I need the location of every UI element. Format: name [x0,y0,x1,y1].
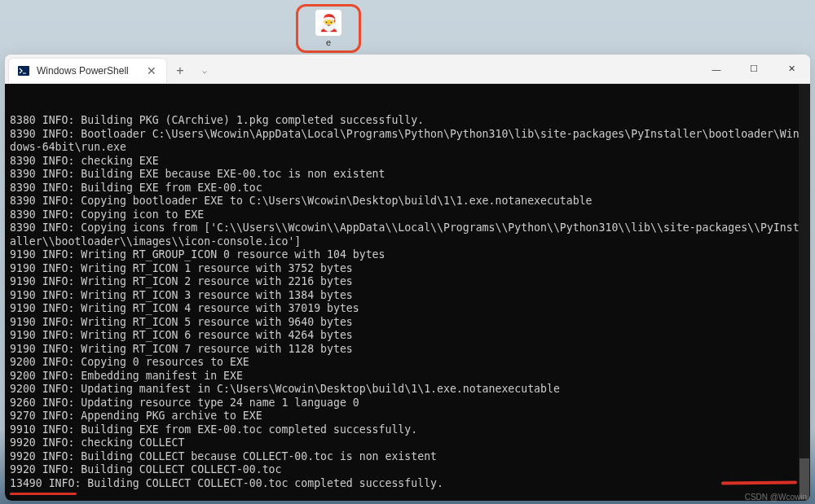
new-tab-button[interactable]: + [167,58,193,83]
maximize-button[interactable]: ☐ [735,55,773,83]
terminal-line: 8390 INFO: Copying icons from ['C:\\User… [10,221,805,248]
terminal-line: 9920 INFO: Building COLLECT COLLECT-00.t… [10,463,805,477]
terminal-line: 9190 INFO: Writing RT_ICON 4 resource wi… [10,302,805,316]
watermark: CSDN @Wcowin [745,493,807,502]
terminal-output: 8380 INFO: Building PKG (CArchive) 1.pkg… [10,114,805,490]
scrollbar-track[interactable] [799,84,810,501]
terminal-line: 9190 INFO: Writing RT_GROUP_ICON 0 resou… [10,248,805,262]
terminal-line: 8390 INFO: Building EXE from EXE-00.toc [10,182,805,195]
terminal-line: 8390 INFO: checking EXE [10,155,805,169]
svg-rect-0 [18,66,29,76]
terminal-line: 9190 INFO: Writing RT_ICON 3 resource wi… [10,289,805,303]
terminal-line: 9190 INFO: Writing RT_ICON 7 resource wi… [10,343,805,357]
terminal-line: 9190 INFO: Writing RT_ICON 5 resource wi… [10,316,805,330]
terminal-line: 9920 INFO: Building COLLECT because COLL… [10,450,805,464]
terminal-line: 9260 INFO: Updating resource type 24 nam… [10,397,805,410]
terminal-line: 9190 INFO: Writing RT_ICON 2 resource wi… [10,275,805,289]
desktop-icon-highlight: 🎅 e [296,4,361,53]
terminal-line: 9190 INFO: Writing RT_ICON 6 resource wi… [10,329,805,343]
tab-dropdown-button[interactable]: ⌵ [193,58,216,83]
terminal-content[interactable]: 8380 INFO: Building PKG (CArchive) 1.pkg… [5,84,810,501]
tab-powershell[interactable]: Windows PowerShell ✕ [8,58,167,83]
terminal-line: 13490 INFO: Building COLLECT COLLECT-00.… [10,477,805,491]
tab-close-icon[interactable]: ✕ [143,64,160,77]
annotation-underline-1 [10,493,77,495]
terminal-line: 8380 INFO: Building PKG (CArchive) 1.pkg… [10,114,805,128]
desktop-icon-label: e [326,37,331,47]
terminal-line: 9200 INFO: Embedding manifest in EXE [10,370,805,383]
terminal-line: 8390 INFO: Copying icon to EXE [10,208,805,222]
close-button[interactable]: ✕ [773,55,810,83]
powershell-icon [17,64,30,77]
annotation-underline-2 [721,481,797,485]
minimize-button[interactable]: — [698,55,735,83]
terminal-line: 9200 INFO: Updating manifest in C:\Users… [10,383,805,397]
tab-title: Windows PowerShell [37,65,137,77]
terminal-line: 8390 INFO: Building EXE because EXE-00.t… [10,168,805,182]
terminal-line: 9910 INFO: Building EXE from EXE-00.toc … [10,423,805,437]
terminal-line: 9920 INFO: checking COLLECT [10,436,805,450]
icon-image: 🎅 [319,13,339,33]
terminal-window: Windows PowerShell ✕ + ⌵ — ☐ ✕ 8380 INFO… [5,55,810,501]
terminal-line: 9190 INFO: Writing RT_ICON 1 resource wi… [10,262,805,276]
terminal-line: 8390 INFO: Copying bootloader EXE to C:\… [10,195,805,208]
terminal-line: 8390 INFO: Bootloader C:\Users\Wcowin\Ap… [10,128,805,155]
terminal-line: 9270 INFO: Appending PKG archive to EXE [10,410,805,423]
desktop-file-icon[interactable]: 🎅 [315,10,341,36]
terminal-line: 9200 INFO: Copying 0 resources to EXE [10,356,805,370]
title-bar: Windows PowerShell ✕ + ⌵ — ☐ ✕ [5,55,810,84]
window-controls: — ☐ ✕ [698,55,810,83]
